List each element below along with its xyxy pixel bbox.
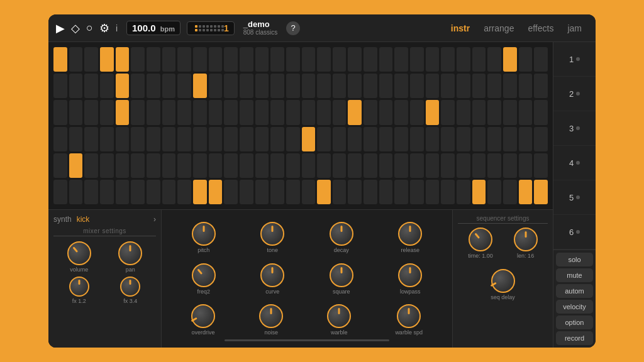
grid-cell[interactable]: [270, 74, 284, 98]
grid-cell[interactable]: [333, 153, 347, 178]
grid-cell[interactable]: [224, 47, 238, 72]
tone-knob[interactable]: [260, 222, 284, 246]
grid-cell[interactable]: [270, 127, 284, 151]
grid-cell[interactable]: [286, 180, 300, 204]
grid-cell[interactable]: [255, 47, 269, 72]
grid-cell[interactable]: [379, 127, 393, 151]
grid-cell[interactable]: [224, 74, 238, 98]
grid-cell[interactable]: [209, 100, 223, 124]
grid-cell[interactable]: [394, 153, 408, 178]
grid-cell[interactable]: [116, 100, 130, 124]
grid-cell[interactable]: [348, 153, 362, 178]
grid-cell[interactable]: [503, 180, 517, 204]
option-button[interactable]: option: [556, 315, 593, 329]
play-button[interactable]: ▶: [56, 21, 65, 35]
grid-cell[interactable]: [410, 74, 424, 98]
grid-cell[interactable]: [317, 153, 331, 178]
grid-cell[interactable]: [131, 180, 145, 204]
grid-cell[interactable]: [116, 153, 130, 178]
decay-knob[interactable]: [330, 222, 353, 246]
grid-cell[interactable]: [131, 47, 145, 72]
grid-cell[interactable]: [441, 180, 455, 204]
grid-cell[interactable]: [364, 74, 377, 98]
grid-cell[interactable]: [457, 74, 470, 98]
grid-cell[interactable]: [426, 127, 440, 151]
grid-cell[interactable]: [348, 74, 362, 98]
grid-cell[interactable]: [410, 47, 424, 72]
grid-cell[interactable]: [394, 100, 408, 124]
grid-cell[interactable]: [503, 74, 517, 98]
time-knob[interactable]: [469, 228, 492, 251]
help-button[interactable]: ?: [286, 21, 300, 35]
grid-cell[interactable]: [177, 153, 191, 178]
grid-cell[interactable]: [255, 180, 269, 204]
solo-button[interactable]: solo: [556, 253, 593, 266]
grid-cell[interactable]: [84, 153, 98, 178]
curve-knob[interactable]: [260, 263, 284, 287]
grid-cell[interactable]: [147, 74, 160, 98]
grid-cell[interactable]: [162, 180, 176, 204]
grid-cell[interactable]: [162, 47, 176, 72]
settings-button[interactable]: ⚙: [99, 21, 109, 35]
tab-jam[interactable]: jam: [561, 21, 588, 36]
grid-cell[interactable]: [426, 100, 440, 124]
grid-cell[interactable]: [410, 100, 424, 124]
square-knob[interactable]: [330, 263, 353, 287]
grid-cell[interactable]: [193, 47, 207, 72]
grid-cell[interactable]: [410, 153, 424, 178]
mute-button[interactable]: mute: [556, 268, 593, 282]
grid-cell[interactable]: [131, 127, 145, 151]
grid-cell[interactable]: [317, 100, 331, 124]
grid-cell[interactable]: [270, 180, 284, 204]
grid-cell[interactable]: [116, 127, 130, 151]
grid-cell[interactable]: [69, 127, 83, 151]
info-button[interactable]: i: [116, 23, 118, 33]
grid-cell[interactable]: [69, 74, 83, 98]
grid-cell[interactable]: [240, 100, 253, 124]
grid-cell[interactable]: [147, 127, 160, 151]
noise-knob[interactable]: [259, 304, 283, 328]
grid-cell[interactable]: [457, 127, 470, 151]
grid-cell[interactable]: [472, 74, 486, 98]
grid-cell[interactable]: [84, 180, 98, 204]
grid-cell[interactable]: [333, 127, 347, 151]
grid-cell[interactable]: [426, 180, 440, 204]
grid-cell[interactable]: [84, 127, 98, 151]
grid-cell[interactable]: [286, 127, 300, 151]
grid-cell[interactable]: [240, 153, 253, 178]
grid-cell[interactable]: [379, 100, 393, 124]
grid-cell[interactable]: [317, 74, 331, 98]
grid-cell[interactable]: [286, 100, 300, 124]
grid-cell[interactable]: [441, 47, 455, 72]
grid-cell[interactable]: [348, 127, 362, 151]
grid-cell[interactable]: [302, 47, 316, 72]
grid-cell[interactable]: [302, 180, 316, 204]
grid-cell[interactable]: [240, 74, 253, 98]
seq-delay-knob[interactable]: [491, 269, 515, 293]
grid-cell[interactable]: [240, 47, 253, 72]
grid-cell[interactable]: [193, 74, 207, 98]
grid-cell[interactable]: [177, 127, 191, 151]
grid-cell[interactable]: [84, 100, 98, 124]
track-2[interactable]: 2: [553, 77, 596, 111]
grid-cell[interactable]: [394, 74, 408, 98]
grid-cell[interactable]: [255, 127, 269, 151]
grid-cell[interactable]: [441, 153, 455, 178]
grid-cell[interactable]: [379, 74, 393, 98]
grid-cell[interactable]: [224, 100, 238, 124]
grid-cell[interactable]: [302, 100, 316, 124]
grid-cell[interactable]: [240, 180, 253, 204]
grid-cell[interactable]: [69, 100, 83, 124]
grid-cell[interactable]: [302, 127, 316, 151]
grid-cell[interactable]: [519, 100, 533, 124]
grid-cell[interactable]: [472, 180, 486, 204]
grid-cell[interactable]: [379, 153, 393, 178]
tab-effects[interactable]: effects: [521, 21, 560, 36]
grid-cell[interactable]: [286, 153, 300, 178]
grid-cell[interactable]: [379, 180, 393, 204]
grid-cell[interactable]: [333, 100, 347, 124]
grid-cell[interactable]: [100, 100, 114, 124]
grid-cell[interactable]: [270, 100, 284, 124]
grid-cell[interactable]: [209, 74, 223, 98]
grid-cell[interactable]: [394, 180, 408, 204]
